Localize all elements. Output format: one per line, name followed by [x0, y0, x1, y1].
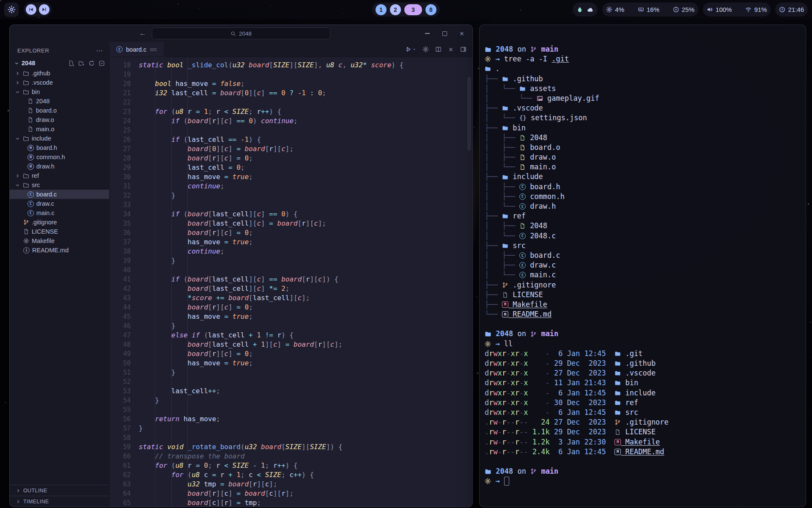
explorer-item-ref[interactable]: ref: [10, 171, 109, 180]
explorer-item-board.c[interactable]: Cboard.c: [10, 190, 109, 199]
code-line-41[interactable]: 41 if (board[last_cell][c] == board[r][c…: [110, 275, 472, 284]
code-line-19[interactable]: 19: [110, 70, 472, 79]
scrollbar-thumb[interactable]: [467, 77, 471, 151]
editor-settings-button[interactable]: [422, 46, 429, 52]
explorer-item-draw.h[interactable]: Hdraw.h: [10, 162, 109, 171]
code-line-65[interactable]: 65 board[c][r] = tmp;: [110, 498, 472, 507]
code-line-36[interactable]: 36 board[r][c] = 0;: [110, 228, 472, 237]
command-center-search[interactable]: 2048: [152, 28, 330, 39]
explorer-item-common.h[interactable]: Hcommon.h: [10, 152, 109, 162]
code-line-57[interactable]: 57}: [110, 424, 472, 433]
close-button[interactable]: [459, 30, 465, 36]
audio-network-widget[interactable]: 100%91%: [703, 3, 771, 17]
explorer-item-2048[interactable]: 2048: [10, 97, 109, 106]
code-line-63[interactable]: 63 u32 tmp = board[r][c];: [110, 480, 472, 489]
close-editor-button[interactable]: [448, 47, 454, 52]
code-line-61[interactable]: 61 for (u8 r = 0; r < SIZE - 1; r++) {: [110, 461, 472, 470]
code-line-52[interactable]: 52: [110, 377, 472, 387]
new-folder-button[interactable]: [78, 60, 85, 66]
code-line-42[interactable]: 42 board[last_cell][c] *= 2;: [110, 284, 472, 293]
explorer-item-main.o[interactable]: main.o: [10, 124, 109, 134]
code-line-23[interactable]: 23 for (u8 r = 1; r < SIZE; r++) {: [110, 107, 472, 116]
workspace-2[interactable]: 2: [390, 4, 401, 15]
code-line-43[interactable]: 43 *score += board[last_cell][c];: [110, 293, 472, 303]
media-next-button[interactable]: [39, 4, 49, 15]
explorer-item-README.md[interactable]: iREADME.md: [10, 246, 109, 255]
workspace-1[interactable]: 1: [376, 4, 387, 15]
tab-board-c[interactable]: C board.c src: [110, 42, 164, 57]
explorer-item-board.o[interactable]: board.o: [10, 106, 109, 115]
maximize-button[interactable]: [442, 30, 447, 36]
code-line-54[interactable]: 54 }: [110, 396, 472, 405]
code-line-56[interactable]: 56 return has_move;: [110, 414, 472, 424]
explorer-item-LICENSE[interactable]: LICENSE: [10, 227, 109, 236]
code-line-48[interactable]: 48 board[last_cell + 1][c] = board[r][c]…: [110, 340, 472, 349]
explorer-item-board.h[interactable]: Hboard.h: [10, 143, 109, 152]
code-line-38[interactable]: 38 continue;: [110, 247, 472, 256]
workspace-3[interactable]: 3: [404, 4, 422, 15]
code-line-58[interactable]: 58: [110, 433, 472, 442]
explorer-item-.gitignore[interactable]: .gitignore: [10, 218, 109, 227]
terminal-window[interactable]: 2048 on main → tree -a -I .git .├── .git…: [479, 25, 806, 507]
explorer-menu-button[interactable]: [96, 47, 103, 54]
code-line-18[interactable]: 18static bool _slide_col(u32 board[SIZE]…: [110, 61, 472, 70]
code-line-60[interactable]: 60 // transpose the board: [110, 452, 472, 461]
explorer-item-bin[interactable]: bin: [10, 87, 109, 97]
explorer-root-folder[interactable]: 2048: [10, 58, 109, 69]
code-line-26[interactable]: 26 if (last_cell == -1) {: [110, 135, 472, 144]
code-line-59[interactable]: 59static void _rotate_board(u32 board[SI…: [110, 442, 472, 452]
code-editor[interactable]: 18static bool _slide_col(u32 board[SIZE]…: [110, 57, 472, 507]
code-line-45[interactable]: 45 has_move = true;: [110, 312, 472, 321]
code-line-51[interactable]: 51 }: [110, 368, 472, 377]
refresh-explorer-button[interactable]: [88, 60, 95, 66]
split-editor-button[interactable]: [435, 46, 442, 52]
code-line-37[interactable]: 37 has_move = true;: [110, 237, 472, 247]
code-line-34[interactable]: 34 if (board[last_cell][c] == 0) {: [110, 210, 472, 219]
code-line-22[interactable]: 22: [110, 98, 472, 107]
clock-widget[interactable]: 21:46: [775, 3, 808, 17]
minimize-button[interactable]: [424, 30, 430, 36]
explorer-item-draw.c[interactable]: Cdraw.c: [10, 199, 109, 208]
code-line-49[interactable]: 49 board[r][c] = 0;: [110, 349, 472, 359]
launcher-button[interactable]: [4, 3, 19, 17]
code-line-20[interactable]: 20 bool has_move = false;: [110, 79, 472, 88]
code-line-62[interactable]: 62 for (u8 c = r + 1; c < SIZE; c++) {: [110, 470, 472, 480]
explorer-item-src[interactable]: src: [10, 180, 109, 190]
timeline-panel-header[interactable]: TIMELINE: [10, 496, 109, 507]
code-line-46[interactable]: 46 }: [110, 321, 472, 331]
outline-panel-header[interactable]: OUTLINE: [10, 485, 109, 496]
explorer-item-main.c[interactable]: Cmain.c: [10, 208, 109, 218]
code-line-35[interactable]: 35 board[last_cell][c] = board[r][c];: [110, 219, 472, 228]
code-line-32[interactable]: 32 }: [110, 191, 472, 200]
explorer-item-.github[interactable]: .github: [10, 69, 109, 78]
code-line-50[interactable]: 50 has_move = true;: [110, 359, 472, 368]
new-file-button[interactable]: [68, 60, 74, 66]
code-line-31[interactable]: 31 continue;: [110, 182, 472, 191]
code-line-24[interactable]: 24 if (board[r][c] == 0) continue;: [110, 116, 472, 126]
workspace-8[interactable]: 8: [425, 4, 436, 15]
explorer-item-include[interactable]: include: [10, 134, 109, 143]
code-line-27[interactable]: 27 board[0][c] = board[r][c];: [110, 144, 472, 154]
toggle-panel-button[interactable]: [460, 46, 466, 52]
editor-titlebar[interactable]: 2048: [10, 25, 472, 42]
code-line-21[interactable]: 21 i32 last_cell = board[0][c] == 0 ? -1…: [110, 88, 472, 98]
weather-widget[interactable]: [573, 3, 598, 17]
code-line-64[interactable]: 64 board[r][c] = board[c][r];: [110, 489, 472, 498]
run-button[interactable]: [405, 46, 416, 52]
code-line-25[interactable]: 25: [110, 126, 472, 135]
code-line-55[interactable]: 55: [110, 405, 472, 414]
explorer-item-draw.o[interactable]: draw.o: [10, 115, 109, 124]
system-monitor-widget[interactable]: 4%16%25%: [602, 3, 698, 17]
code-line-33[interactable]: 33: [110, 200, 472, 210]
code-line-39[interactable]: 39 }: [110, 256, 472, 265]
code-line-44[interactable]: 44 board[r][c] = 0;: [110, 303, 472, 312]
code-line-47[interactable]: 47 else if (last_cell + 1 != r) {: [110, 331, 472, 340]
explorer-item-.vscode[interactable]: .vscode: [10, 78, 109, 87]
code-line-28[interactable]: 28 board[r][c] = 0;: [110, 154, 472, 163]
code-line-40[interactable]: 40: [110, 265, 472, 275]
collapse-folders-button[interactable]: [99, 60, 105, 66]
code-line-30[interactable]: 30 has_move = true;: [110, 172, 472, 182]
media-prev-button[interactable]: [26, 4, 36, 15]
explorer-item-Makefile[interactable]: Makefile: [10, 236, 109, 246]
code-line-29[interactable]: 29 last_cell = 0;: [110, 163, 472, 172]
